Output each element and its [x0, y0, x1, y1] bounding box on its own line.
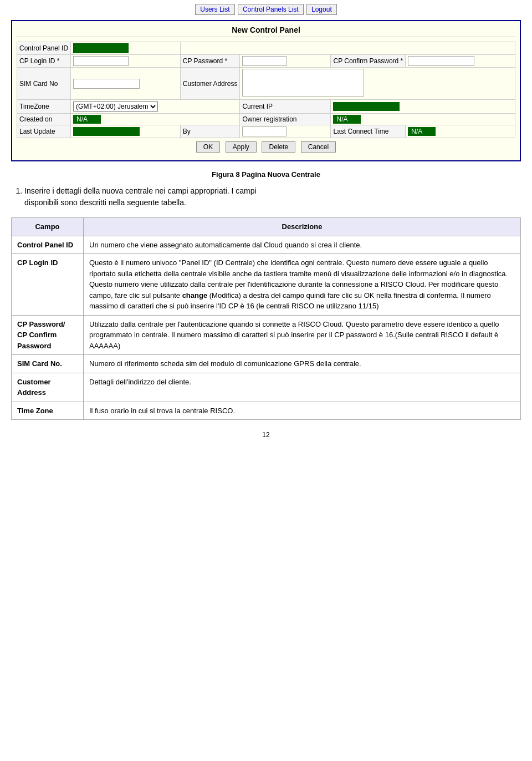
owner-registration-label: Owner registration: [240, 114, 331, 125]
table-cell-description: Dettagli dell'indirizzo del cliente.: [84, 373, 521, 402]
table-row: SIM Card No.Numero di riferimento scheda…: [12, 355, 521, 373]
last-connect-time-cell: N/A: [406, 125, 515, 138]
logout-link[interactable]: Logout: [306, 4, 337, 15]
last-connect-time-value: N/A: [408, 127, 436, 136]
users-list-link[interactable]: Users List: [195, 4, 234, 15]
description-table: Campo Descrizione Control Panel IDUn num…: [11, 217, 521, 420]
control-panel-id-label: Control Panel ID: [17, 42, 71, 55]
cp-password-input[interactable]: [242, 56, 287, 66]
apply-button[interactable]: Apply: [226, 141, 257, 153]
row-sim-address: SIM Card No Customer Address: [17, 68, 515, 100]
table-cell-description: Numero di riferimento scheda sim del mod…: [84, 355, 521, 373]
col-header-descrizione: Descrizione: [84, 218, 521, 236]
created-on-cell: N/A: [71, 114, 240, 125]
table-cell-field: Customer Address: [12, 373, 84, 402]
timezone-select[interactable]: (GMT+02:00) Jerusalem: [73, 101, 158, 112]
by-label: By: [180, 125, 240, 138]
table-cell-description: Questo è il numero univoco "Panel ID" (I…: [84, 254, 521, 316]
sim-card-no-input[interactable]: [73, 79, 140, 89]
table-cell-description: Il fuso orario in cui si trova la centra…: [84, 402, 521, 420]
table-row: Control Panel IDUn numero che viene asse…: [12, 236, 521, 254]
created-on-value: N/A: [73, 115, 101, 124]
cp-password-cell: [240, 55, 331, 68]
control-panel-id-value: [71, 42, 181, 55]
col-header-campo: Campo: [12, 218, 84, 236]
intro-text: Inserire i dettagli della nuova centrale…: [11, 185, 521, 209]
sim-card-no-label: SIM Card No: [17, 68, 71, 100]
last-connect-time-label: Last Connect Time: [331, 125, 406, 138]
table-cell-description: Un numero che viene assegnato automatica…: [84, 236, 521, 254]
cp-confirm-password-cell: [406, 55, 515, 68]
customer-address-label: Customer Address: [180, 68, 240, 100]
row-timezone-ip: TimeZone (GMT+02:00) Jerusalem Current I…: [17, 100, 515, 114]
panel-title: New Control Panel: [17, 26, 515, 37]
last-update-label: Last Update: [17, 125, 71, 138]
cp-login-id-cell: [71, 55, 181, 68]
customer-address-input[interactable]: [242, 69, 364, 97]
ok-button[interactable]: OK: [196, 141, 220, 153]
current-ip-cell: [331, 100, 515, 114]
form-table: Control Panel ID CP Login ID * CP Passwo…: [17, 42, 515, 138]
last-update-cell: [71, 125, 181, 138]
intro-item1: Inserire i dettagli della nuova centrale…: [24, 186, 257, 207]
control-panel-id-input[interactable]: [73, 43, 129, 53]
table-cell-description: Utilizzato dalla centrale per l'autentic…: [84, 315, 521, 355]
table-row: CP Password/ CP Confirm PasswordUtilizza…: [12, 315, 521, 355]
table-header-row: Campo Descrizione: [12, 218, 521, 236]
sim-card-no-cell: [71, 68, 181, 100]
cp-confirm-password-label: CP Confirm Password *: [331, 55, 406, 68]
last-update-value: [73, 127, 140, 136]
new-control-panel-box: New Control Panel Control Panel ID CP Lo…: [11, 20, 521, 161]
top-navigation: Users List Control Panels List Logout: [11, 6, 521, 13]
table-cell-field: CP Password/ CP Confirm Password: [12, 315, 84, 355]
row-login-password: CP Login ID * CP Password * CP Confirm P…: [17, 55, 515, 68]
row-created-owner: Created on N/A Owner registration N/A: [17, 114, 515, 125]
by-cell: [240, 125, 331, 138]
table-row: Time ZoneIl fuso orario in cui si trova …: [12, 402, 521, 420]
table-cell-field: CP Login ID: [12, 254, 84, 316]
owner-registration-value: N/A: [333, 115, 361, 124]
figure-caption: Figura 8 Pagina Nuova Centrale: [11, 170, 521, 179]
table-row: Customer AddressDettagli dell'indirizzo …: [12, 373, 521, 402]
cp-password-label: CP Password *: [180, 55, 240, 68]
current-ip-label: Current IP: [240, 100, 331, 114]
cancel-button[interactable]: Cancel: [301, 141, 336, 153]
current-ip-value: [333, 102, 400, 111]
page-number: 12: [11, 431, 521, 439]
form-buttons: OK Apply Delete Cancel: [17, 138, 515, 156]
owner-registration-cell: N/A: [331, 114, 515, 125]
customer-address-cell: [240, 68, 515, 100]
table-cell-field: SIM Card No.: [12, 355, 84, 373]
cp-login-id-input[interactable]: [73, 56, 129, 66]
by-input[interactable]: [242, 126, 287, 136]
timezone-cell: (GMT+02:00) Jerusalem: [71, 100, 240, 114]
table-cell-field: Time Zone: [12, 402, 84, 420]
table-cell-field: Control Panel ID: [12, 236, 84, 254]
row-control-panel-id: Control Panel ID: [17, 42, 515, 55]
cp-login-id-label: CP Login ID *: [17, 55, 71, 68]
created-on-label: Created on: [17, 114, 71, 125]
timezone-label: TimeZone: [17, 100, 71, 114]
delete-button[interactable]: Delete: [262, 141, 295, 153]
control-panels-list-link[interactable]: Control Panels List: [238, 4, 304, 15]
table-row: CP Login IDQuesto è il numero univoco "P…: [12, 254, 521, 316]
cp-confirm-password-input[interactable]: [408, 56, 474, 66]
row-lastupdate-by-lastconnect: Last Update By Last Connect Time N/A: [17, 125, 515, 138]
